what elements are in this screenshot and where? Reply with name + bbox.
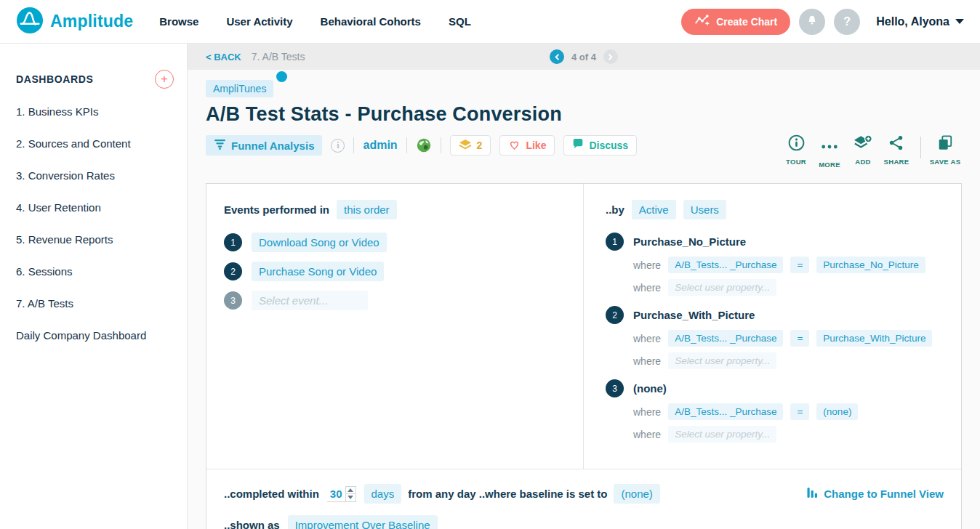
events-heading: Events performed in	[224, 203, 329, 216]
help-button[interactable]: ?	[834, 9, 860, 35]
event-step-1: 1 Download Song or Video	[224, 233, 566, 252]
globe-icon[interactable]	[416, 137, 432, 153]
owner-link[interactable]: admin	[363, 139, 397, 152]
primary-nav: Browse User Activity Behavioral Cohorts …	[159, 15, 471, 28]
operator-selector[interactable]: =	[790, 257, 809, 273]
property-placeholder[interactable]: Select user property...	[668, 279, 776, 296]
layers-icon	[459, 139, 472, 153]
baseline-label: from any day ..where baseline is set to	[408, 488, 607, 500]
nav-user-activity[interactable]: User Activity	[226, 15, 292, 28]
user-greeting: Hello, Alyona	[876, 15, 949, 28]
chart-type-badge[interactable]: Funnel Analysis	[206, 135, 322, 156]
divider	[441, 137, 441, 153]
event-selector-2[interactable]: Purchase Song or Video	[252, 262, 384, 281]
step-number: 1	[224, 233, 242, 251]
tour-button[interactable]: TOUR	[779, 134, 813, 166]
days-stepper[interactable]: 30	[327, 486, 356, 502]
chevron-down-icon	[955, 19, 964, 24]
operator-selector[interactable]: =	[790, 330, 809, 347]
speech-bubble-icon	[572, 139, 584, 152]
info-icon[interactable]: i	[331, 139, 345, 153]
layers-count: 2	[477, 140, 483, 151]
question-icon: ?	[843, 15, 851, 28]
stepper-down-icon[interactable]	[346, 493, 356, 501]
sidebar-item-business-kpis[interactable]: 1. Business KPIs	[16, 99, 187, 124]
property-selector[interactable]: A/B_Tests... _Purchase	[668, 330, 783, 347]
sidebar-item-daily-company-dashboard[interactable]: Daily Company Dashboard	[16, 323, 187, 348]
value-selector[interactable]: Purchase_With_Picture	[816, 330, 932, 347]
more-button[interactable]: MORE	[813, 134, 846, 169]
user-type-selector[interactable]: Active	[632, 200, 676, 219]
event-step-3: 3 Select event...	[224, 291, 566, 310]
step-number: 2	[224, 262, 242, 280]
baseline-selector[interactable]: (none)	[614, 484, 659, 504]
bell-icon	[806, 14, 819, 30]
layers-count-button[interactable]: 2	[450, 135, 491, 156]
funnel-options-footer: ..completed within 30 days from any day …	[206, 469, 961, 529]
layers-plus-icon	[854, 134, 872, 154]
user-menu[interactable]: Hello, Alyona	[876, 15, 964, 28]
days-value[interactable]: 30	[327, 486, 345, 502]
add-button[interactable]: ADD	[846, 134, 880, 166]
like-button[interactable]: Like	[499, 135, 555, 156]
sidebar-item-ab-tests[interactable]: 7. A/B Tests	[16, 291, 187, 316]
event-selector-3[interactable]: Select event...	[252, 291, 368, 310]
nav-sql[interactable]: SQL	[449, 15, 471, 28]
nav-behavioral-cohorts[interactable]: Behavioral Cohorts	[321, 15, 421, 28]
ellipsis-icon	[821, 134, 838, 153]
change-to-funnel-view-button[interactable]: Change to Funnel View	[807, 487, 944, 501]
sidebar-item-revenue-reports[interactable]: 5. Revenue Reports	[16, 227, 187, 252]
operator-selector[interactable]: =	[790, 403, 809, 420]
order-selector[interactable]: this order	[337, 200, 397, 219]
event-step-2: 2 Purchase Song or Video	[224, 262, 566, 281]
notifications-button[interactable]	[799, 9, 825, 35]
create-chart-button[interactable]: Create Chart	[681, 9, 790, 35]
bar-chart-icon	[807, 487, 818, 501]
main-area: < BACK 7. A/B Tests 4 of 4 AmpliTunes A/…	[188, 44, 980, 529]
pager-next-button[interactable]	[603, 49, 618, 64]
sidebar-item-sources-content[interactable]: 2. Sources and Content	[16, 131, 187, 156]
property-selector[interactable]: A/B_Tests... _Purchase	[668, 257, 783, 273]
user-noun-selector[interactable]: Users	[683, 200, 726, 219]
property-placeholder[interactable]: Select user property...	[668, 426, 776, 443]
funnel-icon	[214, 139, 226, 152]
segment-1: 1 Purchase_No_Picture where A/B_Tests...…	[606, 233, 944, 296]
segment-3: 3 (none) where A/B_Tests... _Purchase = …	[606, 379, 944, 443]
segment-number: 2	[606, 306, 624, 324]
add-dashboard-button[interactable]: +	[155, 70, 174, 89]
share-icon	[888, 134, 904, 154]
breadcrumb: 7. A/B Tests	[252, 51, 305, 62]
nav-browse[interactable]: Browse	[159, 15, 198, 28]
property-placeholder[interactable]: Select user property...	[668, 352, 776, 369]
back-link[interactable]: < BACK	[206, 52, 241, 62]
segment-name: Purchase_No_Picture	[633, 235, 746, 248]
status-dot	[276, 71, 287, 82]
value-selector[interactable]: (none)	[816, 403, 858, 420]
dashboard-tag[interactable]: AmpliTunes	[206, 80, 273, 97]
top-navbar: Amplitude Browse User Activity Behaviora…	[0, 0, 980, 44]
save-as-button[interactable]: SAVE AS	[928, 134, 962, 166]
sidebar-item-conversion-rates[interactable]: 3. Conversion Rates	[16, 163, 187, 188]
discuss-button[interactable]: Discuss	[563, 135, 637, 156]
amplitude-logo[interactable]: Amplitude	[16, 7, 133, 37]
days-unit-selector[interactable]: days	[364, 484, 402, 504]
pager-prev-button[interactable]	[550, 49, 564, 64]
copy-icon	[937, 134, 953, 154]
segment-number: 1	[606, 233, 624, 251]
stepper-up-icon[interactable]	[346, 487, 356, 494]
event-selector-1[interactable]: Download Song or Video	[252, 233, 387, 252]
shown-as-selector[interactable]: Improvement Over Baseline	[288, 515, 438, 529]
brand-name: Amplitude	[50, 12, 133, 31]
shown-as-label: ..shown as	[224, 519, 280, 529]
segments-panel: ..by Active Users 1 Purchase_No_Picture …	[584, 184, 961, 469]
sidebar-item-user-retention[interactable]: 4. User Retention	[16, 195, 187, 220]
line-chart-plus-icon	[694, 14, 710, 29]
sidebar-item-sessions[interactable]: 6. Sessions	[16, 259, 187, 284]
sidebar-title: DASHBOARDS	[16, 73, 93, 85]
property-selector[interactable]: A/B_Tests... _Purchase	[668, 403, 783, 420]
share-button[interactable]: SHARE	[880, 134, 913, 166]
value-selector[interactable]: Purchase_No_Picture	[816, 257, 925, 273]
chart-actions: TOUR MORE	[779, 134, 962, 169]
like-label: Like	[526, 140, 546, 151]
completed-within-label: ..completed within	[224, 488, 319, 500]
